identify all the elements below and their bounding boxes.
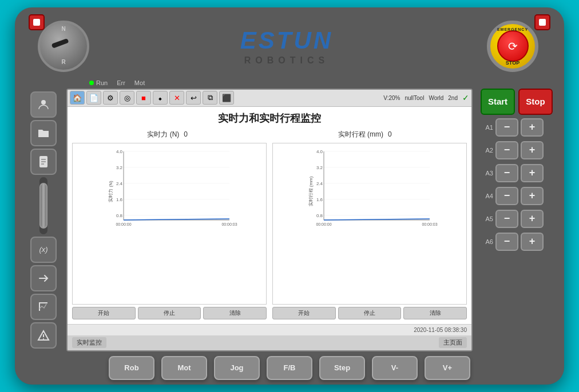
func-btn-vplus[interactable]: V+: [425, 356, 470, 380]
toolbar-delete-btn[interactable]: ✕: [169, 91, 184, 105]
svg-text:1.6: 1.6: [316, 197, 323, 202]
svg-text:00:00:00: 00:00:00: [116, 222, 131, 226]
right-chart-clear-btn[interactable]: 清除: [403, 307, 467, 319]
svg-text:00:00:03: 00:00:03: [221, 222, 237, 226]
left-chart-stop-btn[interactable]: 停止: [138, 307, 201, 319]
brand-name: ESTUN: [240, 27, 333, 54]
bottom-buttons: Rob Mot Jog F/B Step V- V+: [15, 351, 564, 385]
axis-row-a4: A4 − +: [481, 186, 553, 206]
axis-a4-minus[interactable]: −: [495, 187, 518, 205]
axis-a1-label: A1: [481, 124, 493, 131]
emergency-icon: ⟳: [508, 39, 518, 53]
sidebar-btn-warning[interactable]: [30, 322, 57, 349]
func-btn-fb[interactable]: F/B: [267, 356, 312, 380]
axis-row-a6: A6 − +: [481, 231, 553, 252]
dial-label-r: R: [61, 59, 65, 65]
toolbar-cursor-btn[interactable]: ⬥: [153, 91, 168, 105]
left-chart: 4.0 3.2 2.4 1.6 0.8 00:00:00 00:00:03 实时…: [72, 143, 267, 305]
footer-tab-realtime[interactable]: 实时监控: [72, 337, 106, 348]
toolbar-home-btn[interactable]: 🏠: [70, 91, 85, 105]
axis-a5-minus[interactable]: −: [495, 210, 518, 228]
emergency-inner: ⟳: [497, 30, 529, 62]
axis-a6-minus[interactable]: −: [495, 233, 518, 251]
svg-text:4.0: 4.0: [316, 149, 323, 154]
end-label: 2nd: [448, 95, 458, 101]
sidebar-btn-arrow[interactable]: [30, 265, 57, 291]
err-status: Err: [117, 79, 125, 86]
svg-text:2.4: 2.4: [116, 181, 123, 186]
status-row: Run Err Mot: [15, 79, 564, 89]
func-btn-jog[interactable]: Jog: [214, 356, 260, 380]
emergency-text-top: EMERGENCY: [490, 27, 535, 32]
toolbar-settings-btn[interactable]: ⚙: [103, 91, 118, 105]
v-percent: V:20%: [383, 95, 400, 101]
sidebar-btn-user[interactable]: [30, 91, 57, 118]
axis-a4-plus[interactable]: +: [521, 187, 544, 205]
screen-title: 实时力和实时行程监控: [72, 111, 467, 125]
monitor-labels: 实时力 (N) 0 实时行程 (mm) 0: [72, 130, 467, 139]
sidebar-btn-document[interactable]: [30, 149, 57, 175]
axis-a5-plus[interactable]: +: [521, 210, 544, 228]
svg-text:00:00:00: 00:00:00: [316, 222, 331, 226]
middle-section: (x) 🏠 📄 ⚙ ◎ ■ ⬥ ✕ ↩: [15, 89, 564, 351]
left-sidebar: (x): [26, 89, 61, 351]
right-chart-stop-btn[interactable]: 停止: [338, 307, 402, 319]
screen-toolbar: 🏠 📄 ⚙ ◎ ■ ⬥ ✕ ↩ ⧉ ⬛ V:20% nullTool World…: [68, 90, 471, 107]
func-btn-rob[interactable]: Rob: [109, 356, 154, 380]
toolbar-save-btn[interactable]: ↩: [186, 91, 201, 105]
func-btn-mot[interactable]: Mot: [161, 356, 207, 380]
toolbar-circle-btn[interactable]: ◎: [120, 91, 134, 105]
axis-row-a1: A1 − +: [481, 117, 553, 138]
left-chart-area: 4.0 3.2 2.4 1.6 0.8 00:00:00 00:00:03 实时…: [72, 143, 267, 319]
sidebar-btn-coordinate[interactable]: [30, 294, 57, 320]
toolbar-stop-btn[interactable]: ■: [136, 91, 151, 105]
svg-text:实时力 (N): 实时力 (N): [108, 181, 113, 202]
svg-text:0.8: 0.8: [116, 213, 123, 218]
axis-a2-minus[interactable]: −: [495, 141, 518, 159]
right-chart: 4.0 3.2 2.4 1.6 0.8 00:00:00 00:00:03 实时…: [272, 143, 467, 305]
err-label: Err: [117, 79, 125, 86]
right-chart-start-btn[interactable]: 开始: [272, 307, 336, 319]
axis-a3-plus[interactable]: +: [521, 164, 544, 182]
close-button[interactable]: [534, 14, 550, 30]
screen-content: 实时力和实时行程监控 实时力 (N) 0 实时行程 (mm) 0: [68, 107, 471, 324]
sidebar-btn-folder[interactable]: [30, 120, 57, 146]
axis-a3-minus[interactable]: −: [495, 164, 518, 182]
right-chart-area: 4.0 3.2 2.4 1.6 0.8 00:00:00 00:00:03 实时…: [272, 143, 467, 319]
run-indicator: [89, 81, 94, 85]
axis-a1-minus[interactable]: −: [495, 118, 518, 137]
power-button[interactable]: [29, 14, 45, 30]
func-btn-vminus[interactable]: V-: [372, 356, 418, 380]
start-button[interactable]: Start: [481, 89, 515, 115]
axis-a6-plus[interactable]: +: [521, 233, 544, 251]
top-section: N R ESTUN ROBOTICS EMERGENCY ⟳ STOP: [15, 7, 564, 79]
travel-label-group: 实时行程 (mm) 0: [338, 130, 392, 139]
toolbar-extra-btn[interactable]: ⬛: [219, 91, 234, 105]
speed-dial[interactable]: N R: [38, 21, 89, 72]
axis-row-a2: A2 − +: [481, 140, 553, 161]
toolbar-file-btn[interactable]: 📄: [86, 91, 101, 105]
stop-button[interactable]: Stop: [518, 89, 553, 115]
toolbar-copy-btn[interactable]: ⧉: [203, 91, 217, 105]
axis-a1-plus[interactable]: +: [521, 118, 544, 137]
axis-a2-plus[interactable]: +: [521, 141, 544, 159]
func-btn-step[interactable]: Step: [319, 356, 365, 380]
left-chart-start-btn[interactable]: 开始: [72, 307, 136, 319]
toolbar-status: V:20% nullTool World 2nd ✓: [383, 93, 469, 102]
emergency-stop-button[interactable]: EMERGENCY ⟳ STOP: [487, 21, 538, 72]
speed-slider-track: [39, 177, 47, 234]
sidebar-btn-variable[interactable]: (x): [30, 237, 57, 263]
footer-tab-main[interactable]: 主页面: [439, 337, 467, 348]
travel-value: 0: [388, 130, 392, 138]
axis-a5-label: A5: [481, 215, 493, 222]
left-chart-clear-btn[interactable]: 清除: [203, 307, 267, 319]
axis-row-a3: A3 − +: [481, 163, 553, 183]
speed-slider-handle[interactable]: [39, 183, 47, 229]
svg-text:3.2: 3.2: [316, 165, 323, 170]
svg-point-6: [43, 338, 44, 339]
left-chart-svg: 4.0 3.2 2.4 1.6 0.8 00:00:00 00:00:03 实时…: [75, 146, 264, 226]
axis-a2-label: A2: [481, 147, 493, 154]
emergency-text-bottom: STOP: [490, 60, 535, 66]
timestamp: 2020-11-05 08:38:30: [414, 327, 467, 333]
tool-label: nullTool: [404, 95, 424, 101]
